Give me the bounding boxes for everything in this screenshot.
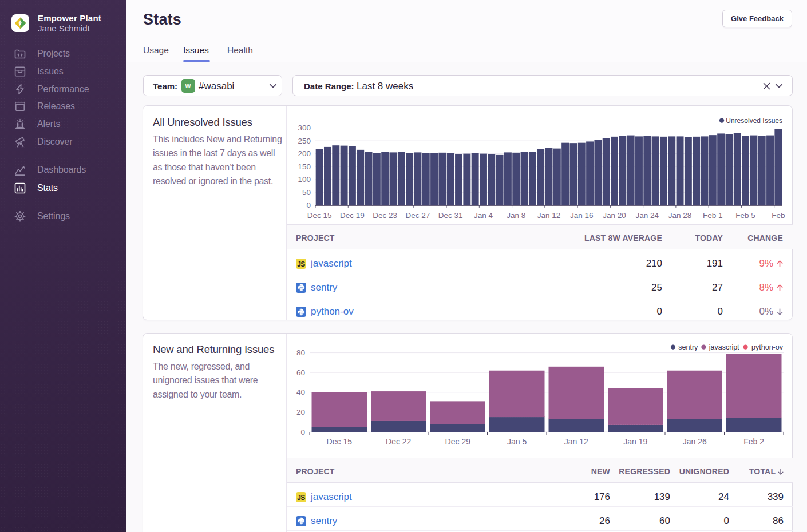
svg-text:300: 300 bbox=[298, 124, 311, 132]
svg-text:40: 40 bbox=[296, 388, 305, 396]
svg-text:Dec 15: Dec 15 bbox=[307, 211, 332, 220]
svg-text:Dec 23: Dec 23 bbox=[373, 211, 397, 220]
svg-text:Jan 24: Jan 24 bbox=[636, 211, 659, 220]
svg-text:Jan 19: Jan 19 bbox=[623, 437, 647, 446]
svg-text:100: 100 bbox=[298, 175, 311, 184]
svg-text:Dec 15: Dec 15 bbox=[327, 437, 353, 446]
svg-text:Jan 16: Jan 16 bbox=[570, 211, 594, 220]
svg-text:Jan 8: Jan 8 bbox=[507, 211, 525, 220]
svg-text:0: 0 bbox=[300, 428, 305, 436]
svg-text:20: 20 bbox=[296, 408, 305, 416]
svg-text:50: 50 bbox=[302, 188, 311, 197]
svg-text:250: 250 bbox=[298, 137, 311, 145]
svg-text:60: 60 bbox=[296, 368, 305, 377]
svg-text:Jan 26: Jan 26 bbox=[683, 437, 707, 446]
svg-text:Jan 4: Jan 4 bbox=[474, 211, 493, 220]
svg-text:Jan 20: Jan 20 bbox=[603, 211, 626, 220]
svg-text:Feb: Feb bbox=[772, 211, 785, 220]
svg-text:200: 200 bbox=[298, 149, 311, 158]
svg-text:Jan 12: Jan 12 bbox=[564, 437, 588, 446]
svg-text:Dec 19: Dec 19 bbox=[340, 211, 365, 220]
svg-text:Jan 12: Jan 12 bbox=[537, 211, 561, 220]
svg-text:Jan 28: Jan 28 bbox=[668, 211, 692, 220]
svg-text:Feb 1: Feb 1 bbox=[703, 211, 723, 220]
svg-text:Dec 22: Dec 22 bbox=[386, 437, 412, 446]
svg-text:150: 150 bbox=[298, 162, 311, 171]
svg-text:Unresolved Issues: Unresolved Issues bbox=[726, 117, 782, 125]
svg-text:Feb 2: Feb 2 bbox=[743, 437, 764, 446]
svg-text:Dec 27: Dec 27 bbox=[406, 211, 430, 220]
svg-text:python-ov: python-ov bbox=[751, 343, 784, 351]
svg-text:Dec 31: Dec 31 bbox=[438, 211, 463, 220]
svg-text:Jan 5: Jan 5 bbox=[507, 437, 527, 446]
svg-text:sentry: sentry bbox=[678, 343, 698, 351]
svg-text:Dec 29: Dec 29 bbox=[445, 437, 471, 446]
svg-text:0: 0 bbox=[306, 201, 311, 209]
svg-text:javascript: javascript bbox=[709, 343, 739, 351]
svg-text:80: 80 bbox=[296, 348, 305, 357]
svg-text:Feb 5: Feb 5 bbox=[735, 211, 755, 220]
